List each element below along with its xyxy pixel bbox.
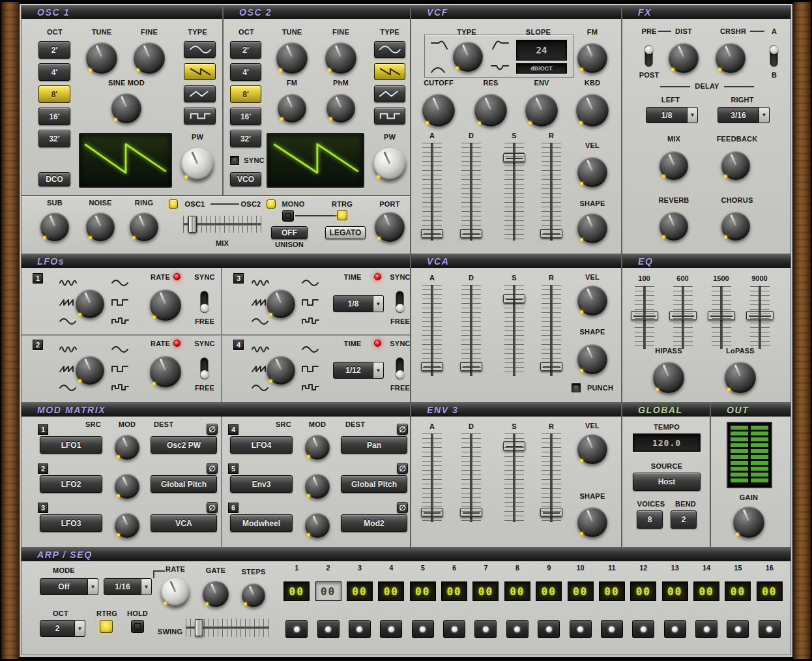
step-button[interactable] — [632, 620, 654, 638]
vca-release-slider[interactable] — [542, 285, 561, 376]
vca-decay-handle[interactable] — [460, 362, 482, 371]
gain-knob[interactable] — [733, 507, 764, 538]
delay-left-dropdown[interactable]: 1/8 ▼ — [646, 107, 698, 123]
osc2-wave-triangle-button[interactable] — [374, 85, 405, 102]
sub-knob[interactable] — [40, 213, 69, 241]
lfo4-wave-knob[interactable] — [267, 356, 295, 385]
swing-slider[interactable] — [186, 619, 269, 637]
osc2-phm-knob[interactable] — [326, 94, 355, 123]
step-button[interactable] — [412, 620, 434, 638]
delay-right-value[interactable]: 3/16 — [718, 107, 759, 123]
osc2-fine-knob[interactable] — [325, 42, 356, 74]
osc1-oct-8[interactable]: 8' — [38, 85, 70, 103]
eq-band-slider[interactable] — [750, 286, 770, 349]
lfo1-wave-knob[interactable] — [76, 289, 104, 318]
osc1-enable-button[interactable] — [169, 199, 178, 209]
vcf-sustain-slider[interactable] — [504, 143, 524, 241]
vca-release-handle[interactable] — [540, 362, 562, 371]
vca-vel-knob[interactable] — [577, 286, 607, 316]
legato-button[interactable]: LEGATO — [325, 226, 366, 239]
slot1-amount-knob[interactable] — [115, 435, 139, 460]
env3-attack-handle[interactable] — [421, 508, 443, 517]
slot3-bypass-button[interactable]: ∅ — [207, 502, 218, 513]
step-button[interactable] — [443, 620, 465, 638]
slot4-dest-button[interactable]: Pan — [341, 436, 407, 454]
step-button[interactable] — [285, 620, 308, 638]
cutoff-knob[interactable] — [422, 94, 455, 126]
lopass-knob[interactable] — [725, 362, 756, 393]
lfo3-wave-knob[interactable] — [267, 289, 295, 318]
slot3-amount-knob[interactable] — [115, 513, 139, 538]
osc2-wave-saw-button[interactable] — [374, 63, 405, 80]
delay-mix-knob[interactable] — [660, 151, 688, 180]
vcf-decay-handle[interactable] — [460, 229, 482, 238]
port-knob[interactable] — [375, 212, 405, 242]
step-button[interactable] — [664, 620, 686, 638]
env3-decay-slider[interactable] — [461, 433, 481, 522]
vca-attack-handle[interactable] — [421, 362, 443, 371]
slot4-amount-knob[interactable] — [305, 435, 330, 460]
kbd-knob[interactable] — [576, 94, 609, 126]
lfo3-time-dropdown[interactable]: 1/8 ▼ — [333, 295, 384, 312]
chorus-knob[interactable] — [721, 212, 750, 241]
filter-type-knob[interactable] — [453, 42, 483, 72]
osc2-oct-32[interactable]: 32' — [230, 130, 261, 147]
vcf-fm-knob[interactable] — [577, 43, 607, 73]
env-knob[interactable] — [525, 94, 558, 126]
osc1-fine-knob[interactable] — [134, 42, 165, 74]
osc2-oct-4[interactable]: 4' — [230, 63, 261, 81]
crshr-knob[interactable] — [716, 43, 746, 73]
lfo2-rate-knob[interactable] — [150, 356, 181, 387]
lfo1-rate-knob[interactable] — [150, 289, 181, 321]
mix-slider-handle[interactable] — [188, 216, 197, 233]
eq-band-handle[interactable] — [631, 311, 658, 320]
vcf-vel-knob[interactable] — [577, 157, 607, 187]
chevron-down-icon[interactable]: ▼ — [75, 620, 85, 637]
chevron-down-icon[interactable]: ▼ — [88, 578, 98, 595]
slot2-amount-knob[interactable] — [115, 474, 139, 499]
slot1-dest-button[interactable]: Osc2 PW — [151, 436, 217, 454]
vca-decay-slider[interactable] — [461, 285, 481, 376]
osc2-wave-sine-button[interactable] — [374, 41, 405, 58]
eq-band-handle[interactable] — [669, 311, 697, 320]
osc1-pw-knob[interactable] — [181, 148, 214, 181]
hipass-knob[interactable] — [653, 362, 684, 393]
dist-knob[interactable] — [669, 43, 699, 73]
vcf-attack-handle[interactable] — [421, 229, 443, 238]
slot4-bypass-button[interactable]: ∅ — [397, 424, 408, 435]
delay-left-value[interactable]: 1/8 — [646, 107, 688, 123]
lfo3-time-value[interactable]: 1/8 — [333, 295, 373, 312]
step-button[interactable] — [349, 620, 371, 638]
eq-band-slider[interactable] — [635, 286, 654, 349]
vca-shape-knob[interactable] — [577, 344, 607, 374]
osc1-oct-16[interactable]: 16' — [38, 108, 70, 125]
lfo4-sync-switch[interactable] — [396, 357, 404, 379]
punch-checkbox[interactable] — [572, 383, 581, 392]
chevron-down-icon[interactable]: ▼ — [373, 295, 384, 312]
tempo-display[interactable]: 120.0 — [633, 433, 701, 452]
eq-band-slider[interactable] — [673, 286, 693, 349]
env3-release-slider[interactable] — [542, 433, 561, 522]
env3-decay-handle[interactable] — [460, 508, 482, 517]
osc2-oct-16[interactable]: 16' — [230, 108, 261, 125]
osc1-wave-saw-button[interactable] — [184, 63, 216, 80]
step-button[interactable] — [695, 620, 718, 638]
vca-sustain-slider[interactable] — [504, 285, 524, 376]
slot3-source-button[interactable]: LFO3 — [40, 514, 102, 532]
unison-off-button[interactable]: OFF — [271, 226, 308, 239]
slot4-source-button[interactable]: LFO4 — [230, 436, 293, 454]
slot1-bypass-button[interactable]: ∅ — [207, 424, 218, 435]
osc2-oct-8[interactable]: 8' — [230, 85, 261, 103]
mono-button[interactable] — [282, 210, 294, 222]
osc2-fm-knob[interactable] — [278, 94, 306, 123]
eq-band-handle[interactable] — [746, 311, 774, 320]
osc2-tune-knob[interactable] — [276, 42, 308, 74]
source-button[interactable]: Host — [633, 473, 701, 491]
lfo2-sync-switch[interactable] — [200, 357, 209, 379]
env3-shape-knob[interactable] — [577, 507, 607, 537]
voices-button[interactable]: 8 — [637, 510, 663, 529]
slot2-source-button[interactable]: LFO2 — [40, 475, 102, 493]
env3-vel-knob[interactable] — [577, 434, 607, 464]
slot6-bypass-button[interactable]: ∅ — [397, 502, 408, 513]
osc2-sync-checkbox[interactable] — [230, 156, 239, 165]
